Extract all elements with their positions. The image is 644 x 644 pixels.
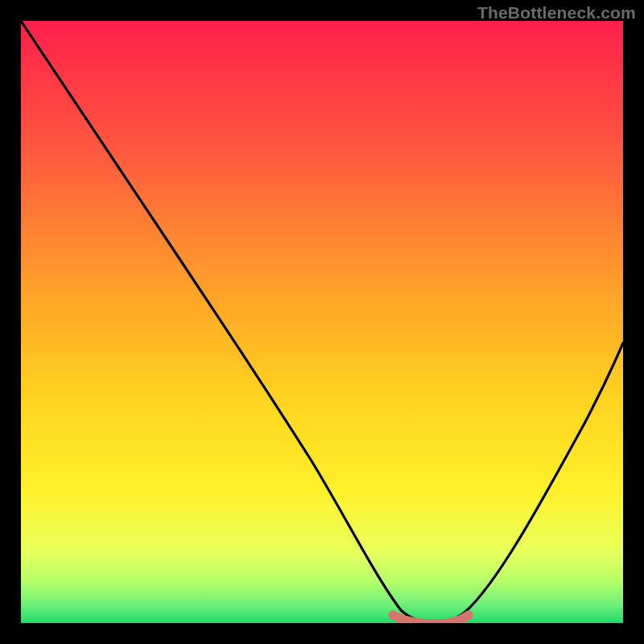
bottleneck-curve-svg [21,21,623,623]
optimal-range-marker [393,615,469,623]
chart-frame: TheBottleneck.com [0,0,644,644]
bottleneck-curve-line [21,21,623,623]
plot-area [21,21,623,623]
watermark-text: TheBottleneck.com [477,3,636,23]
marker-endpoint-right [464,611,473,620]
marker-endpoint-left [389,611,398,620]
